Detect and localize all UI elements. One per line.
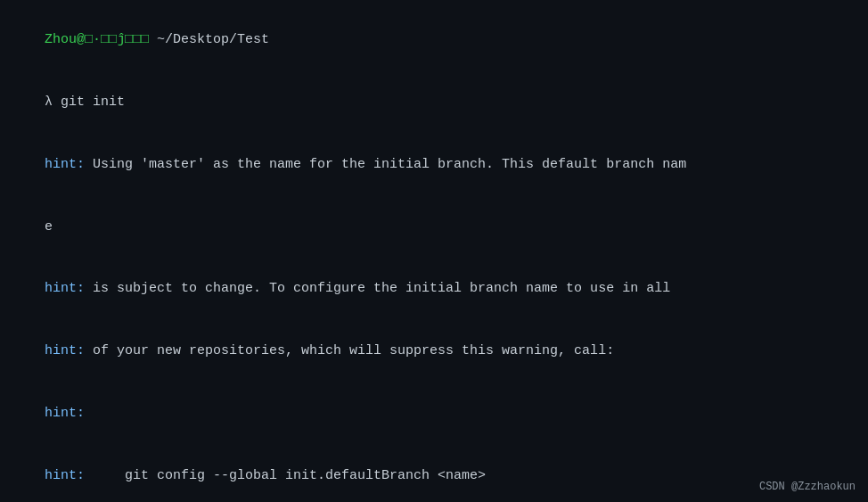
hint-label: hint:: [45, 281, 85, 296]
prompt-user: Zhou@□·□□ĵ□□□: [45, 32, 149, 47]
terminal-line: λ git init: [12, 71, 856, 134]
hint-label: hint:: [45, 406, 85, 421]
hint-text: e: [45, 219, 53, 235]
hint-label: hint:: [45, 157, 85, 172]
terminal-line: Zhou@□·□□ĵ□□□ ~/Desktop/Test: [12, 9, 856, 71]
terminal-line: hint: is subject to change. To configure…: [12, 258, 856, 320]
terminal-line: hint: Using 'master' as the name for the…: [12, 134, 856, 196]
hint-text: Using 'master' as the name for the initi…: [85, 157, 686, 172]
hint-text: of your new repositories, which will sup…: [85, 343, 614, 358]
terminal-line: hint: of your new repositories, which wi…: [12, 320, 856, 383]
hint-text: git config --global init.defaultBranch <…: [85, 468, 486, 483]
prompt-path: ~/Desktop/Test: [149, 32, 269, 47]
hint-label: hint:: [45, 468, 85, 483]
hint-label: hint:: [45, 343, 85, 358]
command-text: λ git init: [45, 95, 125, 110]
terminal: Zhou@□·□□ĵ□□□ ~/Desktop/Test λ git init …: [0, 0, 868, 502]
terminal-line: hint:: [12, 383, 856, 445]
watermark: CSDN @Zzzhaokun: [759, 481, 856, 493]
hint-text: is subject to change. To configure the i…: [85, 281, 670, 296]
terminal-line: e: [12, 195, 856, 258]
terminal-line: hint: git config --global init.defaultBr…: [12, 444, 856, 502]
